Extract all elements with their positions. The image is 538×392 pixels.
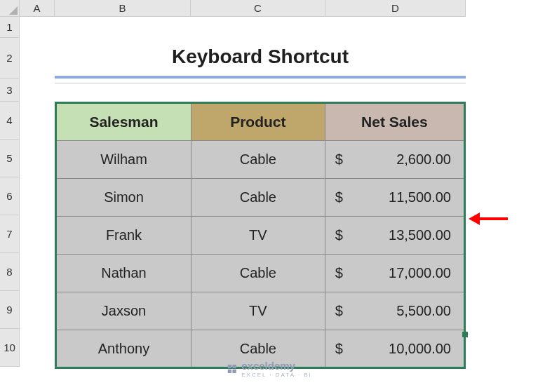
page-title: Keyboard Shortcut (55, 38, 466, 79)
title-underline (55, 83, 466, 83)
row-header-5[interactable]: 5 (0, 140, 19, 177)
cell-netsales[interactable]: $5,500.00 (325, 292, 464, 330)
watermark-tagline: EXCEL · DATA · BI (241, 372, 312, 378)
netsales-value: 5,500.00 (396, 303, 451, 319)
table-row: Simon Cable $11,500.00 (56, 179, 465, 217)
netsales-value: 13,500.00 (389, 227, 451, 243)
netsales-value: 17,000.00 (389, 265, 451, 281)
cell-netsales[interactable]: $2,600.00 (325, 141, 464, 179)
col-header-c[interactable]: C (191, 0, 325, 16)
netsales-value: 11,500.00 (389, 189, 451, 205)
header-salesman[interactable]: Salesman (56, 103, 191, 141)
currency-symbol: $ (335, 189, 343, 205)
cell-salesman[interactable]: Anthony (56, 330, 191, 368)
table-row: Nathan Cable $17,000.00 (56, 255, 465, 292)
column-headers: A B C D (20, 0, 466, 17)
row-header-10[interactable]: 10 (0, 329, 19, 367)
currency-symbol: $ (335, 303, 343, 319)
header-netsales[interactable]: Net Sales (325, 103, 464, 141)
currency-symbol: $ (335, 341, 343, 357)
row-header-3[interactable]: 3 (0, 79, 19, 102)
row-header-9[interactable]: 9 (0, 291, 19, 329)
currency-symbol: $ (335, 265, 343, 281)
row-header-2[interactable]: 2 (0, 38, 19, 79)
selection-handle[interactable] (462, 332, 468, 337)
row-header-6[interactable]: 6 (0, 177, 19, 215)
header-product[interactable]: Product (191, 103, 325, 141)
cell-salesman[interactable]: Jaxson (56, 292, 191, 330)
table-row: Jaxson TV $5,500.00 (56, 292, 465, 330)
netsales-value: 2,600.00 (396, 151, 451, 168)
cell-netsales[interactable]: $13,500.00 (325, 217, 464, 255)
cell-netsales[interactable]: $17,000.00 (325, 255, 464, 292)
row-header-8[interactable]: 8 (0, 253, 19, 291)
arrow-line (480, 217, 508, 220)
row-header-4[interactable]: 4 (0, 102, 19, 140)
row-header-1[interactable]: 1 (0, 17, 19, 38)
select-all-icon (9, 6, 18, 15)
currency-symbol: $ (335, 227, 343, 243)
table-row: Frank TV $13,500.00 (56, 217, 465, 255)
cell-product[interactable]: TV (191, 217, 325, 255)
cell-product[interactable]: Cable (191, 141, 325, 179)
row-header-7[interactable]: 7 (0, 215, 19, 253)
cell-netsales[interactable]: $10,000.00 (325, 330, 464, 368)
cell-salesman[interactable]: Nathan (56, 255, 191, 292)
cell-product[interactable]: Cable (191, 179, 325, 217)
title-text: Keyboard Shortcut (172, 46, 349, 68)
arrow-head-icon (469, 212, 480, 225)
select-all-corner[interactable] (0, 0, 20, 17)
col-header-b[interactable]: B (55, 0, 191, 16)
annotation-arrow (469, 212, 511, 226)
cell-product[interactable]: Cable (191, 255, 325, 292)
col-header-d[interactable]: D (325, 0, 466, 16)
watermark: exceldemy EXCEL · DATA · BI (226, 360, 312, 378)
watermark-brand: exceldemy (241, 360, 312, 372)
netsales-value: 10,000.00 (389, 341, 451, 357)
cell-salesman[interactable]: Simon (56, 179, 191, 217)
table-header-row: Salesman Product Net Sales (56, 103, 465, 141)
watermark-text: exceldemy EXCEL · DATA · BI (241, 360, 312, 378)
cell-salesman[interactable]: Wilham (56, 141, 191, 179)
currency-symbol: $ (335, 151, 343, 168)
watermark-logo-icon (226, 363, 237, 374)
table-row: Wilham Cable $2,600.00 (56, 141, 465, 179)
cell-netsales[interactable]: $11,500.00 (325, 179, 464, 217)
row-headers: 1 2 3 4 5 6 7 8 9 10 (0, 17, 20, 367)
cell-product[interactable]: TV (191, 292, 325, 330)
spreadsheet: A B C D 1 2 3 4 5 6 7 8 9 10 Keyboard Sh… (0, 0, 538, 392)
col-header-a[interactable]: A (20, 0, 55, 16)
cell-salesman[interactable]: Frank (56, 217, 191, 255)
data-table: Salesman Product Net Sales Wilham Cable … (55, 102, 466, 369)
